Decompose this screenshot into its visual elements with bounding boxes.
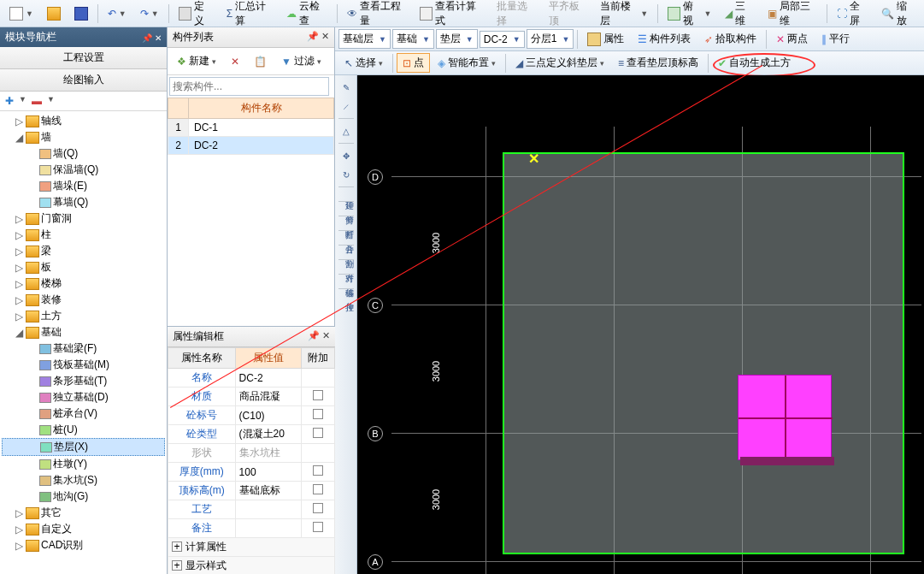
prop-row[interactable]: 厚度(mm)100: [168, 463, 335, 482]
tool-break[interactable]: 打断: [337, 220, 356, 227]
tool-extend[interactable]: 延伸: [337, 191, 356, 198]
expand-all-button[interactable]: ✚: [5, 95, 14, 107]
local-3d-button[interactable]: ▣局部三维: [762, 0, 823, 31]
3d-button[interactable]: ◢三维: [719, 0, 760, 31]
close-icon[interactable]: ✕: [155, 33, 162, 43]
tool-stretch[interactable]: 拉伸: [337, 293, 356, 299]
close-icon[interactable]: ✕: [322, 330, 330, 340]
redo-button[interactable]: ↷▼: [134, 5, 165, 22]
prop-row[interactable]: 材质商品混凝: [168, 388, 335, 406]
prop-row[interactable]: 工艺: [168, 500, 335, 519]
pin-icon[interactable]: 📌: [307, 31, 319, 41]
tool-split[interactable]: 分割: [337, 249, 356, 256]
undo-button[interactable]: ↶▼: [102, 5, 132, 22]
current-floor-combo[interactable]: 当前楼层 ▼: [594, 0, 654, 31]
tree-node-trench[interactable]: 地沟(G): [2, 488, 165, 505]
tree-node-strip[interactable]: 条形基础(T): [2, 373, 165, 389]
tool-merge[interactable]: 合并: [337, 234, 356, 241]
subcategory-combo[interactable]: 垫层▼: [436, 29, 478, 49]
tool-pointer-icon[interactable]: ✎: [337, 79, 356, 96]
level-top-button[interactable]: 平齐板顶: [543, 0, 593, 31]
tree-node-isolated[interactable]: 独立基础(D): [2, 389, 165, 405]
tree-node-beam[interactable]: ▷梁: [2, 243, 165, 259]
delete-button[interactable]: ✕: [225, 53, 245, 70]
three-point-button[interactable]: ◢三点定义斜垫层▾: [509, 53, 610, 73]
tree-node-wall[interactable]: ◢墙: [2, 129, 165, 145]
tree-node-sump[interactable]: 集水坑(S): [2, 472, 165, 488]
prop-row[interactable]: 名称DC-2: [168, 369, 335, 388]
batch-select-button[interactable]: 批量选择: [491, 0, 541, 31]
pick-button[interactable]: ➶拾取构件: [698, 29, 762, 49]
new-file-button[interactable]: ▼: [3, 4, 39, 23]
tree-node-earth[interactable]: ▷土方: [2, 308, 165, 324]
tree-node-curtain[interactable]: 幕墙(Q): [2, 194, 165, 210]
tool-brush-icon[interactable]: ⟋: [337, 98, 356, 115]
floor-combo[interactable]: 基础层▼: [338, 29, 391, 49]
tree-node-cap[interactable]: 桩承台(V): [2, 405, 165, 422]
prop-row[interactable]: 砼标号(C10): [168, 406, 335, 425]
prop-row-expand[interactable]: +显示样式: [168, 557, 335, 575]
top-view-button[interactable]: 俯视▼: [662, 0, 717, 31]
zoom-button[interactable]: 🔍缩放: [875, 0, 921, 31]
tab-project-settings[interactable]: 工程设置: [0, 47, 167, 69]
view-calc-button[interactable]: 查看计算式: [414, 0, 489, 31]
prop-row[interactable]: 顶标高(m)基础底标: [168, 482, 335, 500]
tree-node-decor[interactable]: ▷装修: [2, 292, 165, 308]
search-input[interactable]: [169, 77, 329, 96]
prop-row[interactable]: 砼类型(混凝土20: [168, 425, 335, 444]
prop-row-expand[interactable]: +计算属性: [168, 538, 335, 557]
point-button[interactable]: ⊡点: [397, 53, 430, 73]
prop-row[interactable]: 形状集水坑柱: [168, 444, 335, 463]
tool-move-icon[interactable]: ✥: [337, 147, 356, 164]
smart-layout-button[interactable]: ◈智能布置▾: [432, 53, 502, 73]
tree-node-wall-q[interactable]: 墙(Q): [2, 145, 165, 162]
filter-button[interactable]: ▼过滤▾: [275, 51, 327, 71]
close-icon[interactable]: ✕: [321, 31, 329, 41]
sum-calc-button[interactable]: Σ 汇总计算: [221, 0, 279, 31]
tab-draw-input[interactable]: 绘图输入: [0, 69, 167, 92]
cloud-check-button[interactable]: ☁ 云检查: [280, 0, 333, 31]
fullscreen-button[interactable]: ⛶全屏: [831, 0, 874, 31]
new-component-button[interactable]: ❖新建▾: [171, 51, 222, 71]
tree-node-other[interactable]: ▷其它: [2, 505, 165, 521]
pin-icon[interactable]: 📌: [308, 330, 320, 340]
two-point-button[interactable]: ✕两点: [770, 29, 814, 49]
tree-node-door[interactable]: ▷门窗洞: [2, 210, 165, 227]
tree-node-found-beam[interactable]: 基础梁(F): [2, 340, 165, 357]
item-combo[interactable]: DC-2▼: [480, 31, 525, 48]
tree-node-stair[interactable]: ▷楼梯: [2, 275, 165, 292]
category-combo[interactable]: 基础▼: [392, 29, 434, 49]
tree-node-column[interactable]: ▷柱: [2, 227, 165, 243]
define-button[interactable]: 定义: [173, 0, 219, 31]
tree-node-cad[interactable]: ▷CAD识别: [2, 537, 165, 553]
tree-node-slab[interactable]: ▷板: [2, 259, 165, 275]
tool-trim[interactable]: 修剪: [337, 205, 356, 212]
tree-node-custom[interactable]: ▷自定义: [2, 521, 165, 537]
view-elev-button[interactable]: ≡查看垫层顶标高: [612, 53, 704, 73]
tree-node-insul-wall[interactable]: 保温墙(Q): [2, 162, 165, 178]
tree-node-pier[interactable]: 柱墩(Y): [2, 456, 165, 472]
tree-node-raft[interactable]: 筏板基础(M): [2, 357, 165, 373]
view-eng-button[interactable]: 👁 查看工程量: [341, 0, 413, 31]
tree-node-foundation[interactable]: ◢基础: [2, 324, 165, 340]
bedding-outline[interactable]: [503, 152, 904, 554]
tool-mirror-icon[interactable]: △: [337, 122, 356, 139]
select-button[interactable]: ↖选择▾: [338, 53, 389, 73]
layer-combo[interactable]: 分层1▼: [527, 29, 574, 49]
parallel-button[interactable]: ∥平行: [815, 29, 856, 49]
open-button[interactable]: [41, 4, 67, 23]
pin-icon[interactable]: 📌: [142, 33, 152, 43]
table-row[interactable]: 2DC-2: [168, 137, 334, 155]
save-button[interactable]: [68, 4, 94, 23]
tree-node-pile[interactable]: 桩(U): [2, 422, 165, 438]
tool-align[interactable]: 对齐: [337, 263, 356, 270]
tool-rotate-icon[interactable]: ↻: [337, 166, 356, 183]
tree-node-bedding[interactable]: 垫层(X): [2, 438, 165, 456]
complist-button[interactable]: ☰构件列表: [632, 29, 697, 49]
copy-button[interactable]: 📋: [248, 53, 273, 70]
tree-node-axis[interactable]: ▷轴线: [2, 113, 165, 129]
table-row[interactable]: 1DC-1: [168, 119, 334, 137]
prop-row[interactable]: 备注: [168, 519, 335, 538]
tree-node-wall-duo[interactable]: 墙垛(E): [2, 178, 165, 194]
tool-offset[interactable]: 偏移: [337, 278, 356, 285]
